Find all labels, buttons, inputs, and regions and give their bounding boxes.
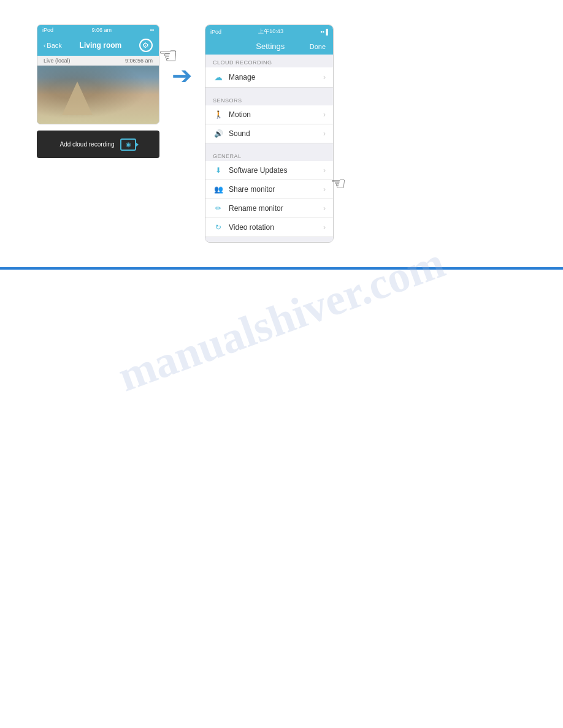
settings-screen: iPod 上午10:43 ▪▪▐ Settings Done CLOUD REC…: [205, 25, 334, 243]
section-gap-3: [205, 237, 333, 242]
live-time: 9:06:56 am: [125, 58, 153, 64]
gear-button[interactable]: ⚙: [139, 39, 153, 52]
settings-item-software-updates[interactable]: ⬇ Software Updates ›: [205, 161, 333, 180]
right-phone-wrapper: iPod 上午10:43 ▪▪▐ Settings Done CLOUD REC…: [205, 25, 334, 243]
share-monitor-chevron: ›: [323, 185, 326, 194]
section-header-cloud: CLOUD RECORDING: [205, 55, 333, 67]
motion-label: Motion: [229, 110, 318, 119]
software-updates-chevron: ›: [323, 166, 326, 175]
left-status-bar: iPod 9:06 am ▪▪: [37, 25, 159, 35]
camera-icon: ◉: [126, 141, 131, 148]
video-rotation-icon: ↻: [213, 223, 224, 232]
rename-monitor-icon: ✏: [213, 204, 224, 213]
section-gap-1: [205, 88, 333, 93]
settings-list: CLOUD RECORDING ☁ Manage › SENSORS 🚶: [205, 55, 333, 242]
left-phone: iPod 9:06 am ▪▪ ‹ Back Living room ⚙: [37, 25, 159, 158]
left-time: 9:06 am: [92, 27, 112, 33]
rename-monitor-chevron: ›: [323, 204, 326, 213]
settings-nav-bar: Settings Done: [205, 38, 333, 55]
share-monitor-icon: 👥: [213, 185, 224, 194]
done-button[interactable]: Done: [310, 43, 326, 50]
cloud-recording-bar[interactable]: Add cloud recording ◉: [37, 131, 159, 158]
watermark: manualshive⁠r.com: [112, 237, 451, 402]
share-monitor-label: Share monitor: [229, 185, 318, 194]
cloud-icon: ☁: [213, 72, 224, 82]
hand-cursor-left: ☜: [158, 43, 178, 69]
left-battery: ▪▪: [150, 27, 154, 33]
camera-feed: [37, 66, 159, 124]
software-updates-icon: ⬇: [213, 166, 224, 175]
right-battery: ▪▪▐: [320, 29, 328, 35]
video-rotation-chevron: ›: [323, 223, 326, 232]
manage-chevron-icon: ›: [323, 73, 326, 82]
settings-item-motion[interactable]: 🚶 Motion ›: [205, 105, 333, 124]
motion-icon: 🚶: [213, 110, 224, 119]
manage-label: Manage: [229, 73, 318, 82]
back-button[interactable]: ‹ Back: [44, 42, 62, 49]
settings-title: Settings: [231, 42, 310, 51]
hand-cursor-right: ☜: [331, 173, 346, 194]
right-device: iPod: [210, 29, 221, 35]
tent-shape: [62, 78, 93, 115]
settings-item-sound[interactable]: 🔊 Sound ›: [205, 124, 333, 143]
cloud-bar-text: Add cloud recording: [60, 141, 115, 148]
settings-item-rename-monitor[interactable]: ✏ Rename monitor ›: [205, 199, 333, 218]
gear-icon: ⚙: [142, 41, 149, 50]
settings-item-share-monitor[interactable]: 👥 Share monitor ›: [205, 180, 333, 199]
left-device-label: iPod: [42, 27, 53, 33]
back-chevron-icon: ‹: [44, 42, 45, 49]
sound-label: Sound: [229, 129, 318, 138]
live-label: Live (local): [44, 58, 71, 64]
right-time: 上午10:43: [258, 28, 283, 36]
room-title: Living room: [80, 41, 122, 50]
section-divider: [0, 267, 563, 270]
sound-icon: 🔊: [213, 129, 224, 138]
rename-monitor-label: Rename monitor: [229, 204, 318, 213]
sound-chevron-icon: ›: [323, 129, 326, 138]
settings-item-video-rotation[interactable]: ↻ Video rotation ›: [205, 218, 333, 237]
software-updates-label: Software Updates: [229, 166, 318, 175]
camera-feed-inner: [37, 66, 159, 124]
left-nav-bar: ‹ Back Living room ⚙: [37, 35, 159, 56]
back-label: Back: [47, 42, 61, 49]
video-rotation-label: Video rotation: [229, 223, 318, 232]
left-phone-screen: iPod 9:06 am ▪▪ ‹ Back Living room ⚙: [37, 25, 159, 124]
settings-item-manage[interactable]: ☁ Manage ›: [205, 67, 333, 88]
section-header-general: GENERAL: [205, 148, 333, 161]
right-status-bar: iPod 上午10:43 ▪▪▐: [205, 25, 333, 38]
motion-chevron-icon: ›: [323, 110, 326, 119]
camera-add-button[interactable]: ◉: [120, 138, 136, 151]
live-bar: Live (local) 9:06:56 am: [37, 56, 159, 66]
section-gap-2: [205, 143, 333, 148]
section-header-sensors: SENSORS: [205, 93, 333, 105]
